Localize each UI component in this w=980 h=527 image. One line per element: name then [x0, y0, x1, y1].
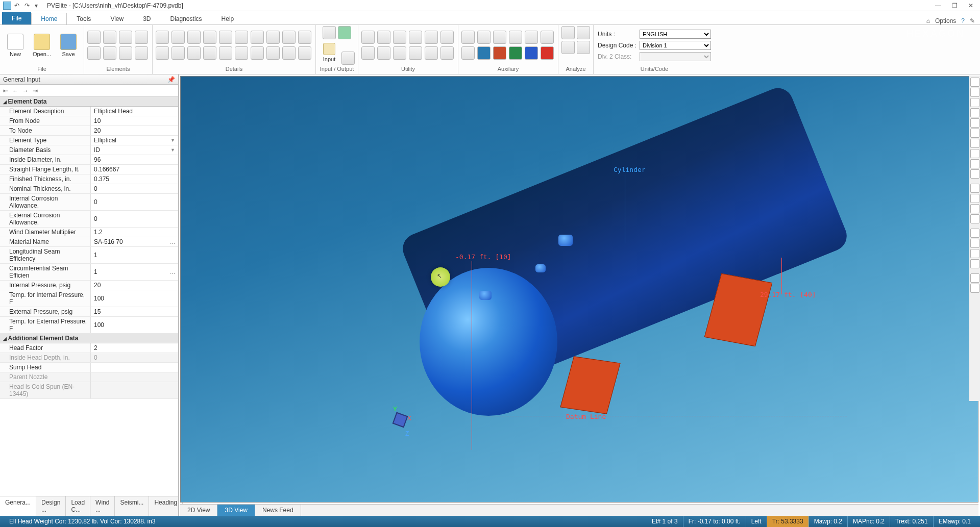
aux-icon[interactable] [525, 46, 538, 60]
property-value[interactable]: 96 [91, 155, 178, 164]
3d-canvas[interactable]: Cylinder -0.17 ft. [10] 29.17 ft. [40] D… [180, 76, 978, 503]
rt-icon[interactable] [970, 214, 979, 223]
utility-icon[interactable] [425, 31, 438, 44]
dropdown-icon[interactable]: ▼ [170, 138, 175, 143]
help-icon[interactable]: ? [961, 17, 965, 24]
panel-tool-first-icon[interactable]: ⇤ [3, 87, 8, 94]
rt-icon[interactable] [970, 204, 979, 213]
analyze-icon[interactable] [577, 41, 590, 54]
detail-icon[interactable] [266, 46, 280, 60]
btab-seismic[interactable]: Seismi... [115, 496, 149, 516]
property-row[interactable]: Internal Pressure, psig20 [0, 281, 178, 290]
div2-select[interactable] [640, 52, 711, 61]
property-value[interactable]: Elliptical▼ [91, 136, 178, 145]
btab-design[interactable]: Design ... [36, 496, 66, 516]
tab-help[interactable]: Help [212, 13, 244, 24]
design-code-select[interactable]: Division 1 [640, 41, 711, 50]
qat-dropdown-icon[interactable]: ▾ [35, 2, 42, 9]
property-row[interactable]: Element TypeElliptical▼ [0, 136, 178, 145]
aux-icon[interactable] [525, 31, 538, 44]
rt-icon[interactable] [970, 184, 979, 193]
property-value[interactable] [91, 363, 178, 372]
aux-icon[interactable] [509, 31, 522, 44]
save-button[interactable]: Save [56, 28, 81, 63]
aux-icon[interactable] [493, 46, 506, 60]
panel-tool-next-icon[interactable]: → [22, 87, 29, 94]
maximize-button[interactable]: ❐ [948, 2, 961, 9]
open-button[interactable]: Open... [30, 28, 54, 63]
rt-select-icon[interactable] [970, 229, 979, 238]
element-icon[interactable] [119, 46, 132, 60]
utility-icon[interactable] [361, 46, 375, 60]
aux-icon[interactable] [461, 46, 475, 60]
qat-undo-icon[interactable]: ↶ [14, 2, 21, 9]
property-row[interactable]: Parent Nozzle [0, 372, 178, 382]
property-value[interactable]: 100 [91, 317, 178, 333]
property-value[interactable]: ID▼ [91, 145, 178, 155]
detail-icon[interactable] [172, 31, 185, 44]
detail-icon[interactable] [298, 46, 311, 60]
io-icon[interactable] [341, 52, 355, 65]
property-value[interactable]: 0 [91, 184, 178, 193]
property-row[interactable]: Diameter BasisID▼ [0, 145, 178, 155]
btab-wind[interactable]: Wind ... [90, 496, 115, 516]
rt-icon[interactable] [970, 129, 979, 138]
units-select[interactable]: ENGLISH [640, 30, 711, 39]
tab-3d[interactable]: 3D [133, 13, 160, 24]
property-value[interactable]: 15 [91, 307, 178, 316]
property-value[interactable]: 20 [91, 281, 178, 290]
analyze-run-icon[interactable] [561, 26, 575, 39]
utility-icon[interactable] [440, 46, 454, 60]
tab-file[interactable]: File [2, 12, 31, 24]
property-row[interactable]: To Node20 [0, 126, 178, 136]
property-row[interactable]: External Pressure, psig15 [0, 307, 178, 317]
utility-icon[interactable] [377, 31, 390, 44]
utility-icon[interactable] [409, 46, 422, 60]
rt-icon[interactable] [970, 194, 979, 203]
property-row[interactable]: Element DescriptionElliptical Head [0, 107, 178, 116]
dropdown-icon[interactable]: ▼ [170, 147, 175, 153]
tab-tools[interactable]: Tools [67, 13, 101, 24]
rt-icon[interactable] [970, 273, 979, 283]
viewtab-2d[interactable]: 2D View [180, 505, 217, 516]
property-row[interactable]: Inside Diameter, in.96 [0, 155, 178, 165]
property-row[interactable]: Temp. for External Pressure, F100 [0, 317, 178, 334]
detail-icon[interactable] [235, 31, 248, 44]
element-icon[interactable] [135, 46, 148, 60]
aux-icon[interactable] [461, 31, 475, 44]
property-row[interactable]: Temp. for Internal Pressure, F100 [0, 290, 178, 307]
utility-icon[interactable] [393, 31, 406, 44]
property-row[interactable]: Straight Flange Length, ft.0.166667 [0, 165, 178, 174]
rt-icon[interactable] [970, 149, 979, 158]
detail-icon[interactable] [266, 31, 280, 44]
detail-icon[interactable] [187, 31, 201, 44]
close-button[interactable]: ✕ [965, 2, 977, 9]
element-cone-icon[interactable] [119, 31, 132, 44]
analyze-icon[interactable] [577, 26, 590, 39]
viewtab-news[interactable]: News Feed [255, 505, 301, 516]
property-row[interactable]: Material NameSA-516 70... [0, 237, 178, 247]
input-button[interactable]: Input [319, 40, 339, 65]
qat-redo-icon[interactable]: ↷ [24, 2, 32, 9]
detail-icon[interactable] [219, 31, 232, 44]
property-value[interactable]: 0.166667 [91, 165, 178, 174]
btab-heading[interactable]: Heading [149, 496, 183, 516]
property-value[interactable]: 100 [91, 290, 178, 307]
btab-loadc[interactable]: Load C... [66, 496, 90, 516]
element-cylinder-icon[interactable] [87, 31, 101, 44]
style-icon[interactable]: ✎ [970, 17, 975, 24]
utility-zoom-icon[interactable] [409, 31, 422, 44]
ellipsis-button[interactable]: ... [170, 268, 175, 275]
detail-icon[interactable] [251, 46, 264, 60]
rt-icon[interactable] [970, 249, 979, 258]
property-row[interactable]: Longitudinal Seam Efficiency1 [0, 247, 178, 264]
property-row[interactable]: Wind Diameter Multiplier1.2 [0, 228, 178, 237]
property-value[interactable]: SA-516 70... [91, 237, 178, 246]
rt-icon[interactable] [970, 88, 979, 97]
element-icon[interactable] [103, 46, 116, 60]
rt-icon[interactable] [970, 169, 979, 179]
element-icon[interactable] [135, 31, 148, 44]
ellipsis-button[interactable]: ... [170, 238, 175, 245]
rt-icon[interactable] [970, 139, 979, 148]
property-value[interactable]: 1.2 [91, 228, 178, 237]
